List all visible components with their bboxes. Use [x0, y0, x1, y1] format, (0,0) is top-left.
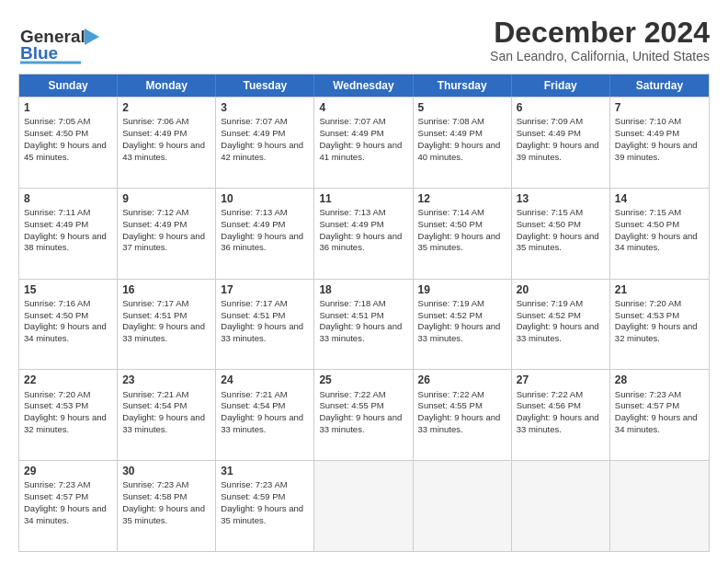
- cal-cell-w1-d2: 3Sunrise: 7:07 AMSunset: 4:49 PMDaylight…: [216, 98, 314, 188]
- cal-cell-w5-d1: 30Sunrise: 7:23 AMSunset: 4:58 PMDayligh…: [118, 461, 216, 551]
- cal-cell-w2-d4: 12Sunrise: 7:14 AMSunset: 4:50 PMDayligh…: [414, 189, 512, 279]
- cal-cell-w5-d2: 31Sunrise: 7:23 AMSunset: 4:59 PMDayligh…: [216, 461, 314, 551]
- calendar: Sunday Monday Tuesday Wednesday Thursday…: [18, 74, 710, 552]
- cal-cell-w2-d2: 10Sunrise: 7:13 AMSunset: 4:49 PMDayligh…: [216, 189, 314, 279]
- cal-cell-w3-d2: 17Sunrise: 7:17 AMSunset: 4:51 PMDayligh…: [216, 280, 314, 370]
- cal-cell-w2-d3: 11Sunrise: 7:13 AMSunset: 4:49 PMDayligh…: [314, 189, 413, 279]
- page: General Blue December 2024 San Leandro, …: [0, 0, 728, 563]
- cal-cell-w4-d1: 23Sunrise: 7:21 AMSunset: 4:54 PMDayligh…: [118, 370, 216, 460]
- cal-cell-w1-d6: 7Sunrise: 7:10 AMSunset: 4:49 PMDaylight…: [610, 98, 709, 188]
- svg-marker-1: [85, 29, 99, 45]
- cal-cell-w4-d2: 24Sunrise: 7:21 AMSunset: 4:54 PMDayligh…: [216, 370, 314, 460]
- header-wednesday: Wednesday: [314, 75, 413, 97]
- cal-cell-w4-d3: 25Sunrise: 7:22 AMSunset: 4:55 PMDayligh…: [314, 370, 413, 460]
- week-row-2: 8Sunrise: 7:11 AMSunset: 4:49 PMDaylight…: [19, 188, 709, 279]
- cal-cell-w2-d5: 13Sunrise: 7:15 AMSunset: 4:50 PMDayligh…: [512, 189, 610, 279]
- logo-svg: General Blue: [18, 17, 119, 64]
- week-row-1: 1Sunrise: 7:05 AMSunset: 4:50 PMDaylight…: [19, 97, 709, 188]
- header-friday: Friday: [512, 75, 610, 97]
- cal-cell-w4-d6: 28Sunrise: 7:23 AMSunset: 4:57 PMDayligh…: [610, 370, 709, 460]
- cal-cell-w5-d4: [414, 461, 512, 551]
- cal-cell-w1-d1: 2Sunrise: 7:06 AMSunset: 4:49 PMDaylight…: [118, 98, 216, 188]
- cal-cell-w3-d6: 21Sunrise: 7:20 AMSunset: 4:53 PMDayligh…: [610, 280, 709, 370]
- calendar-header: Sunday Monday Tuesday Wednesday Thursday…: [19, 75, 709, 97]
- cal-cell-w3-d4: 19Sunrise: 7:19 AMSunset: 4:52 PMDayligh…: [414, 280, 512, 370]
- cal-cell-w3-d5: 20Sunrise: 7:19 AMSunset: 4:52 PMDayligh…: [512, 280, 610, 370]
- header-thursday: Thursday: [414, 75, 512, 97]
- cal-cell-w2-d6: 14Sunrise: 7:15 AMSunset: 4:50 PMDayligh…: [610, 189, 709, 279]
- cal-cell-w1-d3: 4Sunrise: 7:07 AMSunset: 4:49 PMDaylight…: [314, 98, 413, 188]
- header-sunday: Sunday: [19, 75, 118, 97]
- cal-cell-w4-d5: 27Sunrise: 7:22 AMSunset: 4:56 PMDayligh…: [512, 370, 610, 460]
- cal-cell-w4-d0: 22Sunrise: 7:20 AMSunset: 4:53 PMDayligh…: [19, 370, 118, 460]
- subtitle: San Leandro, California, United States: [490, 49, 710, 63]
- header-tuesday: Tuesday: [216, 75, 314, 97]
- cal-cell-w5-d3: [314, 461, 413, 551]
- header: General Blue December 2024 San Leandro, …: [18, 17, 710, 64]
- cal-cell-w5-d0: 29Sunrise: 7:23 AMSunset: 4:57 PMDayligh…: [19, 461, 118, 551]
- svg-text:Blue: Blue: [20, 43, 58, 63]
- title-block: December 2024 San Leandro, California, U…: [490, 17, 710, 63]
- cal-cell-w3-d0: 15Sunrise: 7:16 AMSunset: 4:50 PMDayligh…: [19, 280, 118, 370]
- cal-cell-w2-d0: 8Sunrise: 7:11 AMSunset: 4:49 PMDaylight…: [19, 189, 118, 279]
- logo: General Blue: [18, 17, 119, 64]
- week-row-3: 15Sunrise: 7:16 AMSunset: 4:50 PMDayligh…: [19, 279, 709, 370]
- cal-cell-w3-d1: 16Sunrise: 7:17 AMSunset: 4:51 PMDayligh…: [118, 280, 216, 370]
- header-monday: Monday: [118, 75, 216, 97]
- week-row-5: 29Sunrise: 7:23 AMSunset: 4:57 PMDayligh…: [19, 460, 709, 551]
- calendar-body: 1Sunrise: 7:05 AMSunset: 4:50 PMDaylight…: [19, 97, 709, 551]
- main-title: December 2024: [490, 17, 710, 49]
- cal-cell-w4-d4: 26Sunrise: 7:22 AMSunset: 4:55 PMDayligh…: [414, 370, 512, 460]
- cal-cell-w1-d0: 1Sunrise: 7:05 AMSunset: 4:50 PMDaylight…: [19, 98, 118, 188]
- cal-cell-w2-d1: 9Sunrise: 7:12 AMSunset: 4:49 PMDaylight…: [118, 189, 216, 279]
- cal-cell-w1-d5: 6Sunrise: 7:09 AMSunset: 4:49 PMDaylight…: [512, 98, 610, 188]
- week-row-4: 22Sunrise: 7:20 AMSunset: 4:53 PMDayligh…: [19, 369, 709, 460]
- cal-cell-w3-d3: 18Sunrise: 7:18 AMSunset: 4:51 PMDayligh…: [314, 280, 413, 370]
- cal-cell-w5-d6: [610, 461, 709, 551]
- header-saturday: Saturday: [610, 75, 709, 97]
- cal-cell-w1-d4: 5Sunrise: 7:08 AMSunset: 4:49 PMDaylight…: [414, 98, 512, 188]
- cal-cell-w5-d5: [512, 461, 610, 551]
